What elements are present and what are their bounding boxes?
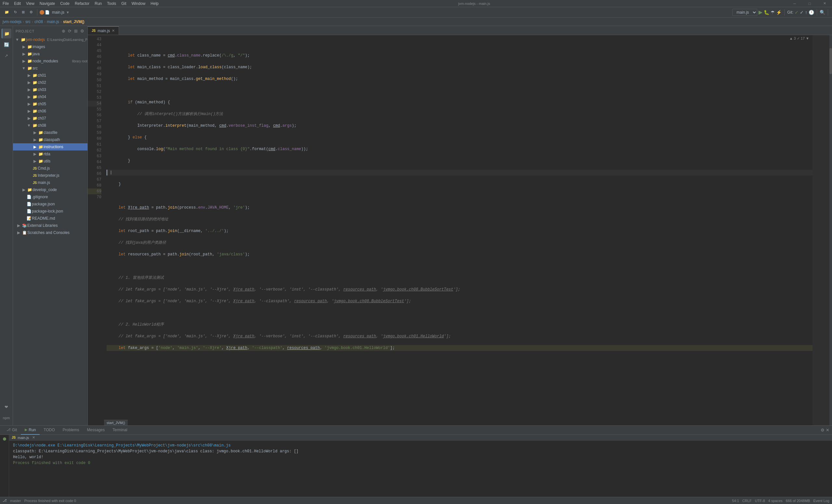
tree-label: ch04 <box>38 95 87 99</box>
tree-item-scratches[interactable]: ▶ 📋 Scratches and Consoles <box>13 229 87 236</box>
breadcrumb-func[interactable]: start_JVM() <box>63 20 84 24</box>
tree-item-main-js[interactable]: JS main.js <box>13 179 87 186</box>
tree-item-utils[interactable]: ▶ 📁 utils <box>13 158 87 165</box>
tree-item-java[interactable]: ▶ 📁 java <box>13 50 87 57</box>
tree-item-ch03[interactable]: ▶ 📁 ch03 <box>13 86 87 93</box>
debug-button[interactable]: 🐛 <box>764 10 769 15</box>
tree-item-classfile[interactable]: ▶ 📁 classfile <box>13 129 87 136</box>
menu-git[interactable]: Git <box>119 1 129 6</box>
breadcrumb-project[interactable]: jvm-nodejs <box>3 20 22 24</box>
menu-window[interactable]: Window <box>129 1 148 6</box>
tree-item-rtda[interactable]: ▶ 📁 rtda <box>13 151 87 158</box>
code-line-49: // 调用interpret()方法解析执行main()方法 <box>107 111 812 117</box>
toolbar-sync-btn[interactable]: ↻ <box>12 9 19 15</box>
tree-item-ch06[interactable]: ▶ 📁 ch06 <box>13 108 87 115</box>
status-event-log[interactable]: Event Log <box>813 499 829 503</box>
maximize-button[interactable]: □ <box>802 0 817 7</box>
tree-item-ch07[interactable]: ▶ 📁 ch07 <box>13 115 87 122</box>
activity-favorites[interactable]: ❤ <box>2 402 11 412</box>
tree-item-classpath[interactable]: ▶ 📁 classpath <box>13 136 87 143</box>
tree-item-external-libs[interactable]: ▶ 📚 External Libraries <box>13 222 87 229</box>
tree-item-package-json[interactable]: 📄 package.json <box>13 201 87 208</box>
toolbar-project-btn[interactable]: 📁 <box>3 9 11 15</box>
chevron-right-icon: ▶ <box>21 52 27 56</box>
status-line-ending[interactable]: CRLF <box>742 499 752 503</box>
git-branch-name[interactable]: master <box>10 499 21 503</box>
minimize-button[interactable]: ─ <box>787 0 802 7</box>
tree-item-ch08[interactable]: ▼ 📁 ch08 <box>13 122 87 129</box>
menu-navigate[interactable]: Navigate <box>37 1 57 6</box>
run-button[interactable]: ▶ <box>758 9 762 15</box>
tab-problems-label: Problems <box>63 428 79 432</box>
activity-pullreq[interactable]: ↗ <box>2 51 11 60</box>
tree-item-cmd-js[interactable]: JS Cmd.js <box>13 165 87 172</box>
menu-view[interactable]: View <box>23 1 37 6</box>
coverage-button[interactable]: ☂ <box>771 10 775 15</box>
tree-item-ch05[interactable]: ▶ 📁 ch05 <box>13 100 87 108</box>
library-root-badge: library root <box>72 59 87 63</box>
close-button[interactable]: ✕ <box>817 0 832 7</box>
sidebar-expand-btn[interactable]: ⊞ <box>74 28 78 34</box>
tab-messages[interactable]: Messages <box>83 426 109 435</box>
git-push-btn[interactable]: ↑ <box>805 10 807 15</box>
tree-item-node-modules[interactable]: ▶ 📁 node_modules library root <box>13 57 87 65</box>
git-history-btn[interactable]: 🕐 <box>809 10 814 15</box>
activity-npm[interactable]: npm <box>2 413 11 423</box>
tree-item-gitignore[interactable]: 📄 .gitignore <box>13 193 87 201</box>
breadcrumb-src[interactable]: src <box>25 20 30 24</box>
sidebar-sync-btn[interactable]: ⟳ <box>67 28 72 34</box>
tab-close-btn[interactable]: ✕ <box>112 29 115 33</box>
tree-item-instructions[interactable]: ▶ 📁 instructions <box>13 143 87 151</box>
tab-todo[interactable]: TODO <box>40 426 58 435</box>
toolbar-more-btn[interactable]: ⚙ <box>28 9 35 15</box>
tree-item-src[interactable]: ▼ 📁 src <box>13 65 87 72</box>
activity-project[interactable]: 📁 <box>2 29 11 38</box>
toolbar-layout-btn[interactable]: ⊞ <box>20 9 27 15</box>
code-line-59: let root_path = path.join(__dirname, '..… <box>107 228 812 234</box>
chevron-down-icon: ▼ <box>26 123 32 128</box>
search-button[interactable]: 🔍 <box>820 10 825 15</box>
status-position[interactable]: 54:1 <box>732 499 739 503</box>
menu-help[interactable]: Help <box>148 1 161 6</box>
tree-item-ch04[interactable]: ▶ 📁 ch04 <box>13 93 87 100</box>
git-check-btn[interactable]: ✓ <box>795 10 799 15</box>
sidebar-add-btn[interactable]: ⊕ <box>61 28 66 34</box>
status-indent[interactable]: 4 spaces <box>768 499 783 503</box>
line-numbers: 43 44 45 46 47 48 49 50 51 52 53 54 55 5… <box>88 35 104 425</box>
run-panel-tab-close[interactable]: ✕ <box>32 435 35 440</box>
tree-item-interpreter-js[interactable]: JS Interpreter.js <box>13 172 87 179</box>
menu-edit[interactable]: Edit <box>11 1 23 6</box>
tree-item-readme[interactable]: 📝 README.md <box>13 215 87 222</box>
profile-button[interactable]: ⚡ <box>776 10 782 15</box>
tree-item-package-lock-json[interactable]: 📄 package-lock.json <box>13 208 87 215</box>
run-config-select[interactable]: main.js <box>732 9 757 16</box>
breadcrumb-ch08[interactable]: ch08 <box>34 20 43 24</box>
tree-root[interactable]: ▼ 📁 jvm-nodejs E:\LearningDisk\Learning_… <box>13 36 87 43</box>
chevron-right-icon: ▶ <box>16 223 22 228</box>
scratch-icon: 📋 <box>22 230 27 235</box>
code-content[interactable]: let class_name = cmd.class_name.replace(… <box>104 35 812 425</box>
menu-refactor[interactable]: Refactor <box>72 1 92 6</box>
menu-run[interactable]: Run <box>92 1 104 6</box>
tree-item-ch01[interactable]: ▶ 📁 ch01 <box>13 72 87 79</box>
panel-settings-btn[interactable]: ⚙ <box>821 428 825 432</box>
sidebar-settings-btn[interactable]: ⚙ <box>80 28 85 34</box>
status-encoding[interactable]: UTF-8 <box>755 499 765 503</box>
activity-commit[interactable]: 🔄 <box>2 39 11 49</box>
menu-file[interactable]: File <box>0 1 11 6</box>
tab-git[interactable]: ⎇ Git <box>3 426 21 435</box>
tab-terminal[interactable]: Terminal <box>108 426 131 435</box>
tree-label: java <box>32 52 87 56</box>
tree-item-images[interactable]: ▶ 📁 images <box>13 43 87 50</box>
tree-item-develop-code[interactable]: ▶ 📁 develop_code <box>13 186 87 193</box>
breadcrumb-file[interactable]: main.js <box>47 20 59 24</box>
tree-item-ch02[interactable]: ▶ 📁 ch02 <box>13 79 87 86</box>
menu-code[interactable]: Code <box>57 1 72 6</box>
panel-close-btn[interactable]: ✕ <box>826 428 829 432</box>
code-line-45: let main_class = class_loader.load_class… <box>107 64 812 70</box>
tab-problems[interactable]: Problems <box>59 426 83 435</box>
menu-tools[interactable]: Tools <box>104 1 119 6</box>
tab-run[interactable]: ▶ Run <box>21 426 40 435</box>
editor-tab-main-js[interactable]: JS main.js ✕ <box>88 26 119 35</box>
git-cross-btn[interactable]: ✓ <box>800 10 804 15</box>
